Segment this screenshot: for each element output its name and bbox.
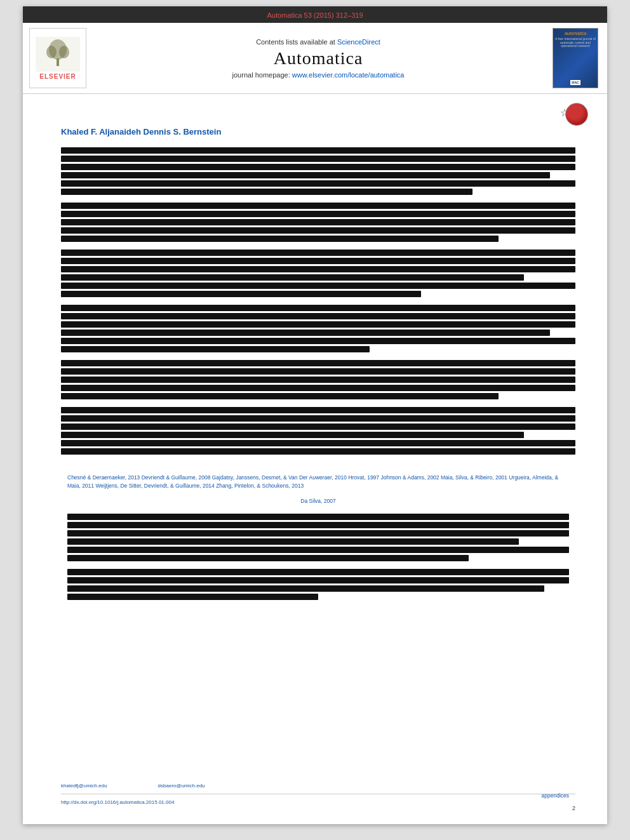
journal-homepage: journal homepage: www.elsevier.com/locat… [93,71,544,79]
text-line [61,236,499,242]
ifac-badge: IFAC [570,80,580,85]
journal-title: Automatica [93,48,544,69]
text-line [61,407,575,413]
inline-references: Chesné & Deraemaeker, 2013 Devriendt & G… [67,474,569,490]
text-line [67,569,569,575]
cover-subtitle: A free International journal of automati… [555,37,596,48]
text-line [67,594,318,600]
text-line [61,227,575,234]
page-container: Automatica 53 (2015) 312–319 ELSEVIER Co… [23,6,607,824]
avatar [565,103,588,126]
text-line [61,250,575,256]
text-line [67,538,519,545]
text-line [61,440,575,446]
footer-separator [61,794,575,794]
text-line [67,555,469,561]
text-line [67,514,569,520]
email-1[interactable]: khaledfj@umich.edu [61,783,107,789]
text-line [61,164,575,170]
text-line [61,360,575,366]
elsevier-logo: ELSEVIER [29,28,86,88]
svg-point-3 [46,46,57,58]
authors-link[interactable]: Khaled F. Aljanaideh Dennis S. Bernstein [61,127,221,137]
text-line [61,423,575,430]
text-line [61,172,550,178]
text-line [61,211,575,217]
footer: khaledfj@umich.edu dsbaero@umich.edu htt… [61,783,575,805]
paragraph-5 [61,360,575,399]
footer-emails: khaledfj@umich.edu dsbaero@umich.edu [61,783,575,789]
text-line [67,530,569,537]
text-line [61,321,575,328]
text-line [67,522,569,528]
svg-point-4 [59,46,69,58]
text-line [61,283,575,289]
paragraph-3 [61,250,575,297]
homepage-label: journal homepage: [232,71,290,79]
homepage-link[interactable]: www.elsevier.com/locate/automatica [292,71,405,79]
article-content: ☆ Khaled F. Aljanaideh Dennis S. Bernste… [23,94,607,824]
text-line [61,274,524,281]
tree-logo-svg [39,38,77,70]
journal-center: Contents lists available at ScienceDirec… [93,28,544,88]
svg-rect-2 [57,58,59,66]
journal-header: ELSEVIER Contents lists available at Sci… [23,23,607,94]
text-line [61,291,421,297]
text-line [61,305,575,311]
journal-cover: automatica A free International journal … [550,28,601,88]
page-number: 2 [572,805,575,811]
text-line [67,547,569,553]
paragraph-6 [61,407,575,455]
paragraph-1 [61,147,575,195]
paragraph-8 [67,569,569,600]
article-body [61,147,575,455]
text-line [61,258,575,264]
text-line [61,330,550,336]
text-line [61,313,575,319]
text-line [61,377,575,383]
text-line [67,577,569,583]
elsevier-text: ELSEVIER [39,73,76,80]
text-line [61,203,575,209]
contents-line: Contents lists available at ScienceDirec… [93,38,544,46]
paragraph-2 [61,203,575,242]
authors-line: Khaled F. Aljanaideh Dennis S. Bernstein [61,126,575,137]
cover-title: automatica [565,31,586,36]
text-line [61,189,473,195]
text-line [61,368,575,375]
doi-link[interactable]: http://dx.doi.org/10.1016/j.automatica.2… [61,799,575,805]
cover-logo-strip: IFAC [553,80,598,85]
text-line [61,180,575,187]
sciencedirect-link[interactable]: ScienceDirect [337,38,380,46]
top-bar: Automatica 53 (2015) 312–319 [23,6,607,23]
text-line [61,266,575,272]
cover-image: automatica A free International journal … [553,28,598,88]
post-references-content [61,514,575,600]
appendices-label: appendices [542,792,569,799]
text-line [61,346,370,352]
text-line [67,585,544,592]
text-line [61,415,575,422]
text-line [61,156,575,162]
text-line [61,432,524,438]
paragraph-4 [61,305,575,352]
text-line [61,393,499,399]
email-2[interactable]: dsbaero@umich.edu [158,783,205,789]
elsevier-logo-image [36,37,80,72]
citation-link[interactable]: Automatica 53 (2015) 312–319 [267,11,363,19]
contents-label: Contents lists available at [256,38,335,46]
text-line [61,385,575,391]
paragraph-7 [67,514,569,561]
da-silva-reference: Da Silva, 2007 [67,498,569,504]
references-section: Chesné & Deraemaeker, 2013 Devriendt & G… [61,474,575,504]
text-line [61,448,575,455]
text-line [61,219,575,225]
text-line [61,147,575,154]
text-line [61,338,575,344]
